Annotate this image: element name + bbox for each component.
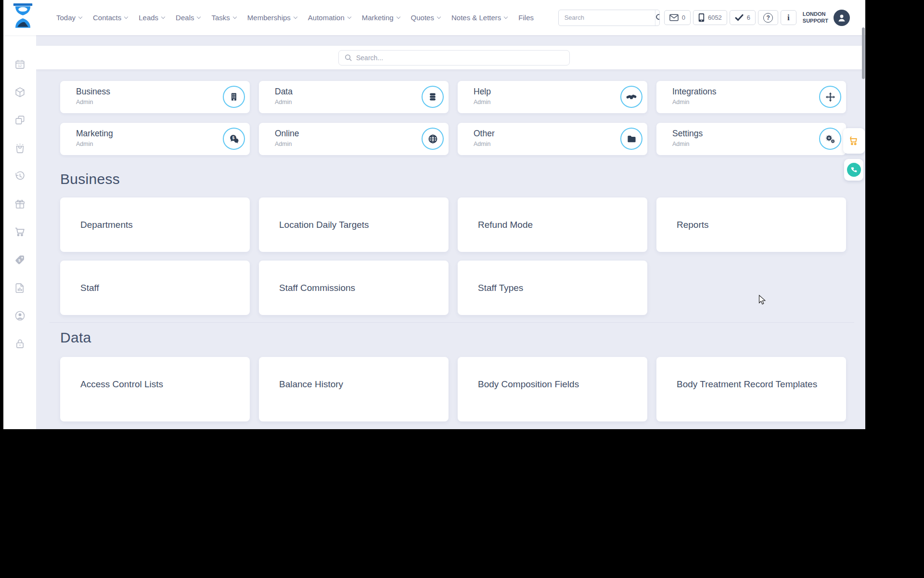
main-menu: Today Contacts Leads Deals Tasks Members…: [56, 13, 534, 22]
user-circle-icon[interactable]: [14, 310, 26, 321]
help-button[interactable]: ?: [758, 10, 778, 25]
person-icon: [837, 13, 847, 23]
menu-files[interactable]: Files: [518, 13, 534, 22]
vertical-scrollbar-thumb[interactable]: [862, 27, 865, 79]
topbar-search-input[interactable]: [559, 10, 655, 26]
card-body-treatment-record-templates[interactable]: Body Treatment Record Templates: [656, 357, 846, 421]
report-icon[interactable]: [14, 282, 26, 293]
section-heading-data: Data: [60, 329, 91, 346]
card-reports[interactable]: Reports: [656, 197, 846, 252]
menu-label: Notes & Letters: [451, 13, 501, 22]
menu-quotes[interactable]: Quotes: [411, 13, 440, 22]
info-button[interactable]: i: [781, 10, 796, 25]
menu-deals[interactable]: Deals: [176, 13, 200, 22]
menu-notes-letters[interactable]: Notes & Letters: [451, 13, 507, 22]
card-label: Access Control Lists: [80, 379, 163, 389]
category-business[interactable]: Business Admin: [60, 81, 250, 113]
price-tag-icon[interactable]: $: [14, 254, 26, 265]
card-label: Reports: [677, 220, 709, 230]
category-icon-circle: [422, 128, 444, 150]
menu-contacts[interactable]: Contacts: [93, 13, 128, 22]
section-divider: [50, 322, 854, 323]
floating-phone-chat-button[interactable]: [844, 159, 863, 181]
gift-icon[interactable]: [14, 198, 26, 210]
move-arrows-icon: [825, 92, 835, 102]
category-title: Help: [474, 87, 491, 97]
search-submit-button[interactable]: [655, 10, 660, 26]
card-body-composition-fields[interactable]: Body Composition Fields: [458, 357, 647, 421]
card-departments[interactable]: Departments: [60, 197, 250, 252]
admin-search-input[interactable]: [356, 54, 564, 62]
chevron-down-icon: [347, 14, 351, 18]
category-settings[interactable]: Settings Admin: [656, 123, 846, 155]
category-icon-circle: [620, 128, 642, 150]
menu-memberships[interactable]: Memberships: [247, 13, 297, 22]
copy-icon[interactable]: [14, 115, 26, 126]
question-mark-icon: ?: [763, 13, 773, 23]
content-search-band: [36, 46, 862, 69]
user-name-line2: SUPPORT: [803, 18, 828, 25]
menu-marketing[interactable]: Marketing: [362, 13, 400, 22]
card-access-control-lists[interactable]: Access Control Lists: [60, 357, 250, 421]
cogs-icon: [825, 133, 835, 144]
category-subtitle: Admin: [275, 141, 292, 147]
menu-label: Today: [56, 13, 76, 22]
calls-count: 6052: [708, 14, 722, 21]
menu-label: Leads: [139, 13, 158, 22]
phone-chat-icon: [850, 167, 857, 173]
icon-sidebar: 12 $: [3, 35, 36, 429]
card-staff-commissions[interactable]: Staff Commissions: [259, 261, 449, 315]
cart-orange-icon: [848, 135, 860, 147]
messages-button[interactable]: 0: [664, 10, 691, 25]
category-title: Marketing: [76, 129, 113, 139]
card-staff-types[interactable]: Staff Types: [458, 261, 647, 315]
shopping-bag-icon[interactable]: [14, 143, 26, 154]
category-icon-circle: [819, 86, 841, 108]
lock-icon[interactable]: [14, 338, 26, 349]
card-label: Balance History: [279, 379, 343, 389]
category-subtitle: Admin: [474, 99, 490, 105]
card-staff[interactable]: Staff: [60, 261, 250, 315]
card-label: Location Daily Targets: [279, 220, 369, 230]
menu-leads[interactable]: Leads: [139, 13, 165, 22]
envelope-icon: [669, 14, 679, 21]
category-data[interactable]: Data Admin: [259, 81, 449, 113]
menu-automation[interactable]: Automation: [308, 13, 351, 22]
hourglass-logo-icon: [12, 3, 34, 31]
search-icon: [345, 54, 352, 62]
card-label: Refund Mode: [478, 220, 533, 230]
search-icon: [655, 13, 660, 22]
menu-today[interactable]: Today: [56, 13, 82, 22]
brand-logo[interactable]: [12, 3, 34, 33]
category-help[interactable]: Help Admin: [458, 81, 647, 113]
topbar-search: [558, 10, 660, 26]
category-marketing[interactable]: Marketing Admin $: [60, 123, 250, 155]
calendar-icon[interactable]: 12: [14, 59, 26, 70]
tasks-done-button[interactable]: 6: [730, 10, 756, 25]
card-balance-history[interactable]: Balance History: [259, 357, 449, 421]
user-avatar[interactable]: [834, 10, 850, 26]
svg-text:12: 12: [18, 64, 22, 68]
calls-button[interactable]: 6052: [693, 10, 727, 25]
building-icon: [229, 92, 239, 102]
category-other[interactable]: Other Admin: [458, 123, 647, 155]
chevron-down-icon: [294, 14, 297, 18]
cube-icon[interactable]: [14, 87, 26, 98]
menu-tasks[interactable]: Tasks: [211, 13, 236, 22]
card-label: Staff: [80, 283, 99, 293]
category-online[interactable]: Online Admin: [259, 123, 449, 155]
svg-text:$: $: [232, 135, 234, 140]
messages-count: 0: [682, 14, 685, 21]
folder-icon: [627, 134, 637, 144]
topbar-right-cluster: 0 6052 6 ? i: [558, 10, 865, 26]
floating-cart-button[interactable]: [843, 128, 865, 154]
menu-label: Marketing: [362, 13, 394, 22]
menu-label: Memberships: [247, 13, 291, 22]
cart-icon[interactable]: [14, 226, 26, 237]
history-icon[interactable]: [14, 171, 26, 182]
category-integrations[interactable]: Integrations Admin: [656, 81, 846, 113]
card-refund-mode[interactable]: Refund Mode: [458, 197, 647, 252]
card-location-daily-targets[interactable]: Location Daily Targets: [259, 197, 449, 252]
category-subtitle: Admin: [672, 99, 689, 105]
database-icon: [428, 92, 437, 102]
